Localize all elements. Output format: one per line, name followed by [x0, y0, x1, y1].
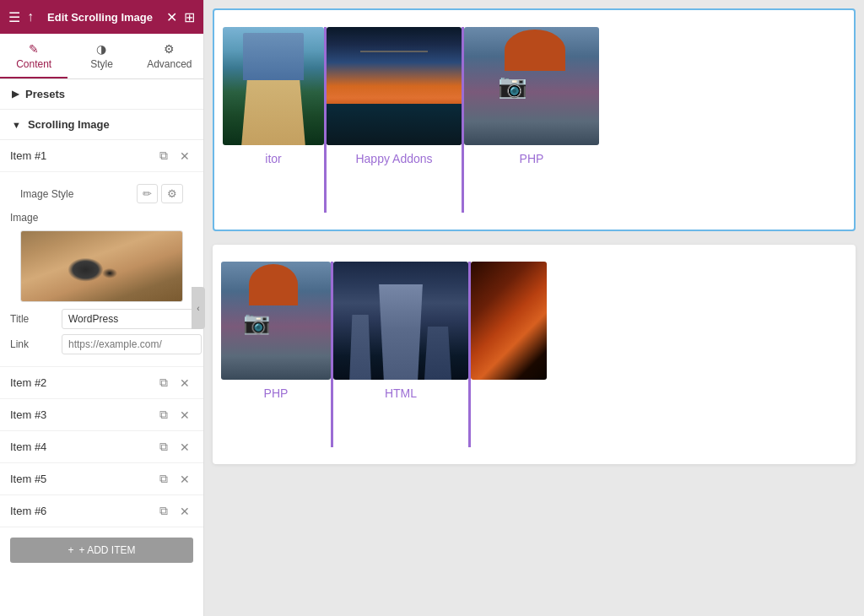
top-bar: ☰ ↑ Edit Scrolling Image ✕ ⊞ [0, 0, 203, 34]
item-3-row: Item #3 ⧉ ✕ [0, 399, 203, 431]
hamburger-icon: ☰ [8, 9, 20, 25]
gallery-widget-2[interactable]: 📷 PHP HTML [213, 245, 856, 464]
gallery-title-php-2: PHP [264, 386, 289, 400]
settings-icon: ⚙ [167, 187, 177, 200]
panel-content: ▶ Presets ▼ Scrolling Image Item #1 ⧉ ✕ … [0, 79, 203, 616]
item-4-label: Item #4 [10, 440, 151, 453]
delete-icon-5: ✕ [180, 473, 190, 486]
item-1-row: Item #1 ⧉ ✕ [0, 140, 203, 172]
gallery-widget-1[interactable]: itor Happy Addons 📷 PHP [213, 8, 856, 231]
title-input[interactable] [62, 309, 202, 329]
image-preview[interactable] [20, 230, 183, 302]
item-4-delete-button[interactable]: ✕ [176, 439, 193, 456]
item-4-row: Item #4 ⧉ ✕ [0, 431, 203, 463]
tab-style[interactable]: ◑ Style [68, 34, 135, 78]
item-2-delete-button[interactable]: ✕ [176, 375, 193, 392]
copy-icon-6: ⧉ [159, 504, 168, 518]
content-tab-icon: ✎ [29, 42, 39, 56]
left-panel: ☰ ↑ Edit Scrolling Image ✕ ⊞ ✎ Content ◑… [0, 0, 204, 616]
delete-icon-4: ✕ [180, 440, 190, 454]
gallery-title-itor: itor [265, 152, 281, 165]
gallery-title-happy-addons: Happy Addons [355, 152, 432, 165]
gallery-row-1: itor Happy Addons 📷 PHP [223, 27, 845, 213]
item-2-copy-button[interactable]: ⧉ [156, 374, 171, 392]
item-5-delete-button[interactable]: ✕ [176, 471, 193, 488]
title-label: Title [10, 313, 57, 325]
main-content: itor Happy Addons 📷 PHP [204, 0, 864, 616]
gallery-item-dark [471, 262, 547, 380]
delete-icon: ✕ [180, 149, 190, 163]
link-label: Link [10, 338, 57, 350]
delete-icon-6: ✕ [180, 505, 190, 518]
gallery-row-2: 📷 PHP HTML [221, 262, 847, 447]
item-4-copy-button[interactable]: ⧉ [156, 438, 171, 456]
copy-icon-3: ⧉ [159, 408, 168, 422]
scrolling-image-section[interactable]: ▼ Scrolling Image [0, 110, 203, 140]
gallery-item-city: HTML [333, 262, 468, 400]
image-style-icons: ✏ ⚙ [137, 184, 183, 203]
tabs: ✎ Content ◑ Style ⚙ Advanced [0, 34, 203, 79]
delete-icon-2: ✕ [180, 376, 190, 390]
item-2-row: Item #2 ⧉ ✕ [0, 367, 203, 399]
image-label: Image [10, 208, 193, 227]
link-row: Link ⚙ 🗑 [10, 334, 193, 354]
presets-label: Presets [25, 88, 65, 100]
item-6-label: Item #6 [10, 505, 151, 517]
style-tab-label: Style [90, 58, 113, 70]
item-3-label: Item #3 [10, 408, 151, 421]
plus-icon: + [68, 544, 73, 556]
gallery-item-building: itor [223, 27, 324, 165]
copy-icon-4: ⧉ [159, 440, 168, 454]
item-3-copy-button[interactable]: ⧉ [156, 406, 171, 424]
item-1-delete-button[interactable]: ✕ [176, 148, 193, 165]
item-5-copy-button[interactable]: ⧉ [156, 470, 171, 488]
style-tab-icon: ◑ [96, 42, 106, 56]
image-style-edit-button[interactable]: ✏ [137, 184, 158, 203]
item-1-label: Item #1 [10, 149, 151, 162]
gallery-title-html: HTML [385, 386, 417, 400]
close-button[interactable]: ✕ [166, 9, 177, 25]
link-input[interactable] [62, 334, 202, 354]
collapse-handle[interactable]: ‹ [192, 287, 205, 329]
item-1-copy-button[interactable]: ⧉ [156, 147, 171, 165]
gallery-item-sunset: Happy Addons [327, 27, 462, 165]
advanced-tab-icon: ⚙ [164, 42, 175, 56]
top-bar-left: ☰ ↑ [8, 9, 34, 25]
scrolling-image-arrow-icon: ▼ [12, 120, 21, 130]
image-style-settings-button[interactable]: ⚙ [161, 184, 183, 203]
hamburger-button[interactable]: ☰ [8, 9, 20, 25]
add-item-button[interactable]: + + ADD ITEM [10, 538, 193, 563]
gallery-item-woman: 📷 PHP [464, 27, 599, 165]
advanced-tab-label: Advanced [147, 58, 192, 70]
content-tab-label: Content [16, 58, 51, 70]
item-6-copy-button[interactable]: ⧉ [156, 502, 171, 520]
top-bar-icons: ✕ ⊞ [166, 9, 195, 25]
copy-icon: ⧉ [159, 149, 168, 163]
presets-arrow-icon: ▶ [12, 89, 19, 100]
item-2-label: Item #2 [10, 376, 151, 389]
tab-content[interactable]: ✎ Content [0, 34, 68, 78]
gallery-item-php-woman: 📷 PHP [221, 262, 331, 400]
item-6-delete-button[interactable]: ✕ [176, 503, 193, 520]
desk-image-thumbnail [21, 231, 182, 301]
title-row: Title ☰ [10, 309, 193, 329]
copy-icon-2: ⧉ [159, 376, 168, 390]
item-6-row: Item #6 ⧉ ✕ [0, 495, 203, 527]
item-3-delete-button[interactable]: ✕ [176, 407, 193, 424]
copy-icon-5: ⧉ [159, 472, 168, 486]
gallery-title-php: PHP [520, 152, 544, 165]
item-5-row: Item #5 ⧉ ✕ [0, 463, 203, 495]
scrolling-image-label: Scrolling Image [28, 118, 110, 131]
page-title: Edit Scrolling Image [34, 11, 166, 24]
up-arrow-icon: ↑ [27, 9, 34, 24]
grid-icon: ⊞ [184, 9, 195, 25]
presets-section[interactable]: ▶ Presets [0, 79, 203, 110]
add-item-label: + ADD ITEM [79, 544, 136, 556]
close-icon: ✕ [166, 9, 177, 25]
grid-button[interactable]: ⊞ [184, 9, 195, 25]
image-style-label: Image Style [20, 188, 73, 200]
edit-icon: ✏ [143, 187, 152, 200]
tab-advanced[interactable]: ⚙ Advanced [136, 34, 203, 78]
image-style-row: Image Style ✏ ⚙ [10, 179, 193, 208]
up-arrow-button[interactable]: ↑ [27, 9, 34, 24]
